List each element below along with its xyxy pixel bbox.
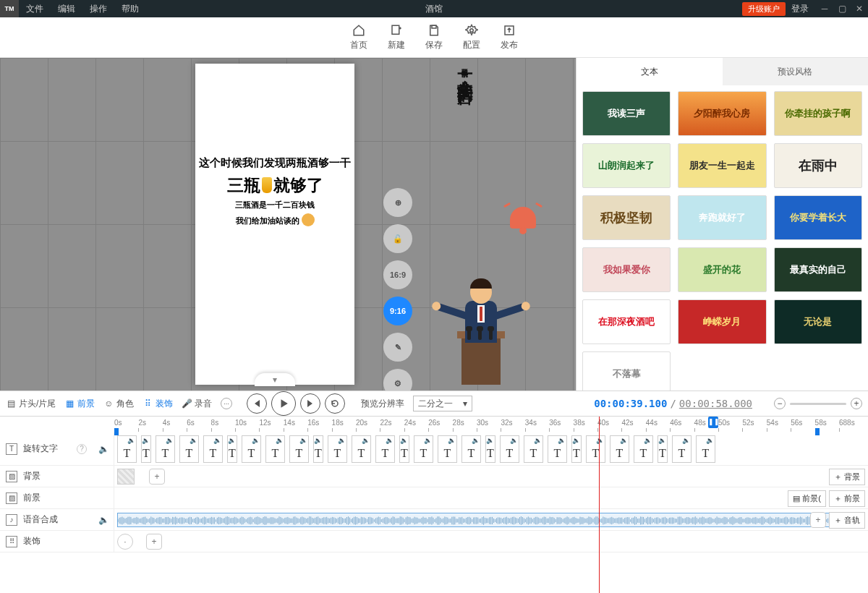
text-clip[interactable]: T	[328, 435, 347, 463]
text-clip[interactable]: T	[227, 435, 237, 463]
style-thumb[interactable]: 在雨中	[774, 143, 862, 188]
toolbar-save[interactable]: 保存	[425, 24, 443, 51]
zoom-in-icon[interactable]: +	[851, 398, 862, 409]
style-thumb[interactable]: 山朗润起来了	[582, 143, 671, 188]
text-clip[interactable]: T	[203, 435, 223, 463]
text-clip[interactable]: T	[586, 435, 605, 463]
close-icon[interactable]: ✕	[851, 0, 868, 17]
text-clip[interactable]: T	[156, 435, 175, 463]
toolbar-home[interactable]: 首页	[350, 24, 367, 51]
style-thumb[interactable]: 朋友一生一起走	[678, 143, 766, 188]
more-button[interactable]: ⋯	[221, 398, 232, 409]
canvas-btn-edit[interactable]: ✎	[383, 333, 412, 362]
text-clip[interactable]: T	[375, 435, 395, 463]
add-audio-button[interactable]: +	[810, 512, 826, 528]
section-decor[interactable]: ⠿装饰	[142, 398, 173, 410]
audio-clip[interactable]	[117, 513, 839, 527]
canvas-text-1[interactable]: 这个时候我们发现两瓶酒够一干	[195, 156, 354, 170]
style-thumb[interactable]: 在那深夜酒吧	[582, 299, 671, 344]
resolution-select[interactable]: 二分之一▾	[413, 396, 472, 411]
playhead[interactable]	[599, 417, 600, 593]
speaker-icon[interactable]: 🔈	[98, 515, 109, 525]
style-thumb[interactable]: 你牵挂的孩子啊	[774, 91, 862, 136]
text-clip[interactable]: T	[610, 435, 629, 463]
text-clip[interactable]: T	[500, 435, 519, 463]
text-clip[interactable]: T	[117, 435, 137, 463]
canvas-text-2[interactable]: 三瓶就够了	[195, 174, 354, 197]
fg-chip[interactable]: ▤ 前景(	[788, 490, 826, 507]
canvas-btn-center[interactable]: ⊕	[383, 188, 412, 217]
canvas-text-4[interactable]: 我们给加油站谈的	[195, 213, 354, 226]
text-clip[interactable]: T	[658, 435, 668, 463]
text-clip[interactable]: T	[313, 435, 323, 463]
track-voice-label[interactable]: ♪语音合成🔈	[0, 509, 114, 530]
style-thumb[interactable]: 最真实的自己	[774, 247, 862, 292]
style-thumb[interactable]: 奔跑就好了	[678, 195, 766, 240]
text-clip[interactable]: T	[696, 435, 715, 463]
zoom-out-icon[interactable]: −	[774, 398, 786, 409]
login-button[interactable]: 登录	[791, 3, 809, 15]
text-clip[interactable]: T	[414, 435, 433, 463]
add-decor-button[interactable]: +	[146, 534, 162, 550]
canvas-text-3[interactable]: 三瓶酒是一千二百块钱	[195, 200, 354, 210]
style-thumb[interactable]: 你要学着长大	[774, 195, 862, 240]
menu-edit[interactable]: 编辑	[51, 0, 82, 17]
text-clip[interactable]: T	[461, 435, 481, 463]
text-clip[interactable]: T	[141, 435, 151, 463]
canvas-btn-r916[interactable]: 9:16	[383, 296, 412, 325]
loop-button[interactable]	[325, 393, 345, 414]
canvas-btn-lock[interactable]: 🔓	[383, 224, 412, 253]
upgrade-button[interactable]: 升级账户	[742, 2, 786, 16]
style-thumb[interactable]: 不落幕	[582, 351, 671, 391]
style-thumb[interactable]: 夕阳醉我心房	[678, 91, 766, 136]
toolbar-publish[interactable]: 发布	[501, 24, 518, 51]
phone-canvas[interactable]: 这个时候我们发现两瓶酒够一干 三瓶就够了 三瓶酒是一千二百块钱 我们给加油站谈的…	[195, 64, 354, 385]
text-clip[interactable]: T	[672, 435, 692, 463]
track-decor-label[interactable]: ⠿装饰	[0, 531, 114, 552]
time-ruler[interactable]: 0s2s4s6s8s10s12s14s16s18s20s22s24s26s28s…	[0, 417, 868, 432]
text-clip[interactable]: T	[179, 435, 199, 463]
menu-help[interactable]: 帮助	[114, 0, 146, 17]
help-icon[interactable]: ?	[77, 444, 87, 454]
style-thumb[interactable]: 我读三声	[582, 91, 671, 136]
style-thumb[interactable]: 无论是	[774, 299, 862, 344]
add-background-button[interactable]: ＋ 背景	[829, 469, 865, 485]
section-head-tail[interactable]: ▤片头/片尾	[6, 398, 56, 410]
vertical-text-element[interactable]: 我想跟你说 说一个快乐的事一个非常大的广告	[454, 64, 476, 77]
time-total[interactable]: 00:00:58.000	[679, 398, 752, 409]
prev-button[interactable]	[247, 393, 267, 414]
style-thumb[interactable]: 积极坚韧	[582, 195, 671, 240]
bell-icon-element[interactable]	[506, 202, 540, 236]
tab-preset-style[interactable]: 预设风格	[723, 58, 869, 85]
section-role[interactable]: ☺角色	[103, 398, 134, 410]
canvas-btn-gear[interactable]: ⚙	[383, 369, 412, 391]
menu-file[interactable]: 文件	[19, 0, 51, 17]
text-clip[interactable]: T	[289, 435, 309, 463]
add-bg-button[interactable]: +	[149, 469, 165, 485]
menu-action[interactable]: 操作	[82, 0, 114, 17]
style-thumb[interactable]: 峥嵘岁月	[678, 299, 766, 344]
bg-clip[interactable]	[117, 469, 135, 485]
character-speaker[interactable]	[441, 262, 521, 385]
text-clip[interactable]: T	[438, 435, 457, 463]
text-clip[interactable]: T	[524, 435, 543, 463]
track-text-label[interactable]: T 旋转文字 ? 🔈	[0, 432, 114, 465]
zoom-slider[interactable]	[790, 403, 846, 405]
minimize-icon[interactable]: ─	[816, 0, 833, 17]
text-clip[interactable]: T	[265, 435, 285, 463]
style-thumb[interactable]: 我如果爱你	[582, 247, 671, 292]
style-thumb[interactable]: 盛开的花	[678, 247, 766, 292]
canvas-handle[interactable]: ▾	[255, 373, 295, 386]
playhead-handle[interactable]: ❚❚	[708, 417, 718, 428]
toolbar-new[interactable]: 新建	[388, 24, 405, 51]
text-clip[interactable]: T	[242, 435, 261, 463]
canvas-viewport[interactable]: 这个时候我们发现两瓶酒够一干 三瓶就够了 三瓶酒是一千二百块钱 我们给加油站谈的…	[0, 58, 576, 391]
maximize-icon[interactable]: ▢	[833, 0, 851, 17]
add-track-button[interactable]: ＋ 音轨	[829, 512, 865, 529]
text-clip[interactable]: T	[548, 435, 567, 463]
track-fg-label[interactable]: ▨前景	[0, 487, 114, 508]
text-clip[interactable]: T	[485, 435, 495, 463]
toolbar-config[interactable]: 配置	[463, 24, 480, 51]
decor-slot[interactable]: ·	[117, 534, 133, 550]
add-foreground-button[interactable]: ＋ 前景	[829, 490, 865, 507]
